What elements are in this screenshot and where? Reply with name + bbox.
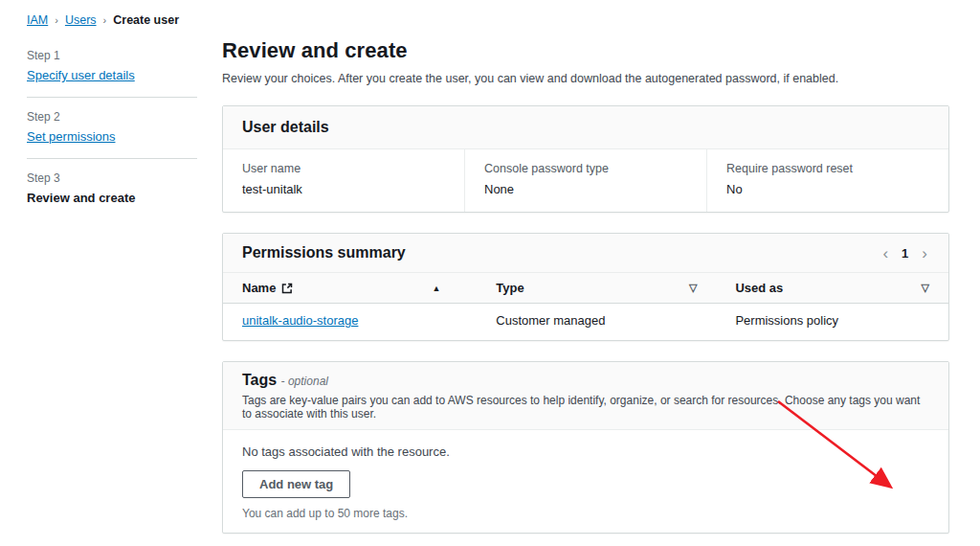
breadcrumb-link-iam[interactable]: IAM (27, 13, 48, 27)
divider (27, 97, 197, 98)
step-group-3: Step 3 Review and create (27, 171, 197, 205)
cell-used-as: Permissions policy (716, 304, 948, 341)
previous-page-icon[interactable]: ‹ (880, 245, 890, 262)
permissions-summary-title: Permissions summary (242, 244, 406, 262)
tags-body: No tags associated with the resource. Ad… (223, 430, 948, 533)
external-link-icon (281, 283, 293, 294)
user-details-title: User details (242, 119, 329, 135)
breadcrumb: IAM › Users › Create user (27, 13, 179, 27)
filter-dropdown-icon[interactable]: ▽ (922, 282, 929, 294)
next-page-icon[interactable]: › (920, 245, 929, 262)
table-row: unitalk-audio-storage Customer managed P… (223, 304, 948, 341)
step-label: Step 1 (27, 49, 197, 62)
column-header-used-as: Used as ▽ (716, 273, 948, 304)
field-label: User name (242, 162, 445, 175)
cell-policy-type: Customer managed (477, 304, 716, 341)
column-header-name[interactable]: Name ▲ (223, 273, 477, 304)
breadcrumb-separator-icon: › (55, 14, 58, 26)
field-value: None (484, 182, 687, 196)
breadcrumb-link-users[interactable]: Users (65, 13, 97, 27)
column-label: Name (242, 281, 276, 295)
table-header-row: Name ▲ (223, 273, 948, 304)
tags-header: Tags - optional Tags are key-value pairs… (223, 362, 948, 430)
wizard-steps-sidebar: Step 1 Specify user details Step 2 Set p… (27, 36, 197, 205)
sidebar-item-review-and-create: Review and create (27, 191, 197, 205)
main-content: Review and create Review your choices. A… (222, 38, 949, 546)
tags-optional-label: - optional (281, 375, 328, 388)
sidebar-item-specify-user-details[interactable]: Specify user details (27, 68, 135, 82)
user-details-fields: User name test-unitalk Console password … (223, 149, 948, 212)
page-title: Review and create (222, 38, 949, 63)
field-user-name: User name test-unitalk (223, 149, 464, 212)
step-group-1: Step 1 Specify user details (27, 49, 197, 98)
pagination: ‹ 1 › (880, 245, 929, 262)
column-header-type: Type ▽ (477, 273, 716, 304)
step-label: Step 2 (27, 110, 197, 124)
step-label: Step 3 (27, 171, 197, 185)
add-new-tag-button[interactable]: Add new tag (242, 470, 350, 498)
policy-name-link[interactable]: unitalk-audio-storage (242, 313, 358, 328)
tags-limit-text: You can add up to 50 more tags. (242, 507, 929, 520)
breadcrumb-current: Create user (113, 13, 179, 27)
tags-card: Tags - optional Tags are key-value pairs… (222, 361, 949, 534)
cell-policy-name: unitalk-audio-storage (223, 304, 477, 341)
tags-description: Tags are key-value pairs you can add to … (242, 394, 929, 421)
tags-title: Tags (242, 372, 277, 388)
user-details-header: User details (223, 106, 948, 149)
field-value: test-unitalk (242, 182, 445, 196)
tags-title-row: Tags - optional (242, 372, 929, 389)
field-label: Require password reset (726, 162, 929, 175)
tags-empty-text: No tags associated with the resource. (242, 444, 929, 459)
field-require-password-reset: Require password reset No (706, 149, 948, 212)
sort-ascending-icon[interactable]: ▲ (432, 284, 457, 293)
column-label: Type (496, 281, 523, 295)
permissions-table: Name ▲ (223, 273, 948, 340)
field-label: Console password type (484, 162, 687, 175)
sidebar-item-set-permissions[interactable]: Set permissions (27, 129, 115, 144)
step-group-2: Step 2 Set permissions (27, 110, 197, 159)
field-console-password-type: Console password type None (464, 149, 706, 212)
page-number[interactable]: 1 (902, 246, 908, 261)
breadcrumb-separator-icon: › (103, 14, 107, 26)
field-value: No (726, 182, 929, 196)
filter-dropdown-icon[interactable]: ▽ (689, 282, 697, 294)
permissions-summary-card: Permissions summary ‹ 1 › Name (222, 233, 949, 341)
permissions-summary-header: Permissions summary ‹ 1 › (223, 234, 948, 273)
user-details-card: User details User name test-unitalk Cons… (222, 105, 949, 213)
iam-create-user-review-page: IAM › Users › Create user Step 1 Specify… (0, 0, 980, 546)
divider (27, 158, 197, 159)
column-label: Used as (735, 281, 783, 295)
page-description: Review your choices. After you create th… (222, 72, 949, 85)
